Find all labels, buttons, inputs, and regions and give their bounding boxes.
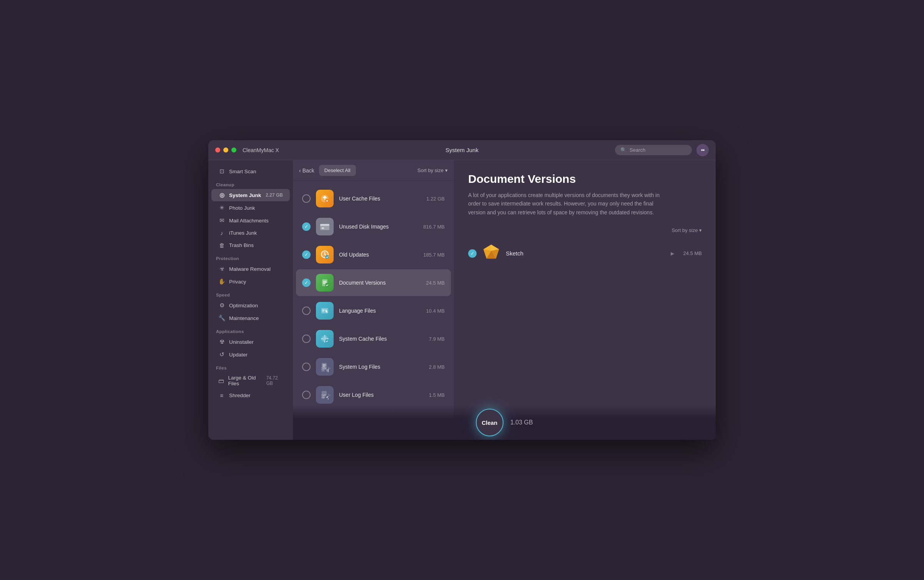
list-item-user-cache[interactable]: User Cache Files 1.22 GB [296, 185, 451, 212]
sort-button[interactable]: Sort by size ▾ [417, 167, 448, 173]
list-item-system-log[interactable]: tem lo 56 0▌ System Log Files 2.8 MB [296, 353, 451, 380]
search-icon: 🔍 [620, 147, 627, 153]
maintenance-icon: 🔧 [218, 315, 225, 321]
sort-label: Sort by size [417, 167, 444, 173]
system-log-name: System Log Files [339, 364, 424, 370]
sketch-size: 24.5 MB [683, 250, 702, 256]
back-label: Back [302, 167, 314, 174]
user-log-name: User Log Files [339, 392, 424, 398]
svg-point-6 [325, 255, 329, 259]
svg-point-12 [325, 339, 329, 343]
list-item-system-cache[interactable]: System Cache Files 7.9 MB [296, 325, 451, 352]
check-circle-language-files[interactable] [302, 307, 311, 315]
detail-sort-label: Sort by size [671, 227, 698, 233]
sidebar-section-applications: Applications [208, 325, 293, 335]
sidebar-item-trash-bins[interactable]: 🗑 Trash Bins [211, 239, 290, 251]
check-circle-system-cache[interactable] [302, 335, 311, 343]
system-log-icon: tem lo 56 0▌ [316, 358, 334, 376]
privacy-icon: ✋ [218, 278, 225, 285]
right-panel: Document Versions A lot of your applicat… [454, 160, 716, 440]
detail-check-sketch[interactable]: ✓ [468, 249, 477, 258]
user-cache-size: 1.22 GB [426, 196, 445, 202]
system-log-size: 2.8 MB [429, 364, 445, 370]
header-section-title: System Junk [445, 147, 479, 153]
svg-rect-3 [320, 224, 329, 226]
maximize-button[interactable] [231, 147, 236, 152]
large-files-badge: 74.72 GB [266, 375, 283, 386]
titlebar: CleanMyMac X System Junk 🔍 Search •• [208, 140, 716, 160]
sidebar-item-system-junk[interactable]: ◎ System Junk 2.27 GB [211, 189, 290, 201]
deselect-all-button[interactable]: Deselect All [319, 165, 356, 176]
malware-icon: ☣ [218, 265, 225, 272]
user-cache-icon [316, 190, 334, 207]
avatar-button[interactable]: •• [696, 144, 709, 156]
sidebar-item-privacy[interactable]: ✋ Privacy [211, 275, 290, 288]
sketch-gem-icon [483, 244, 500, 263]
check-circle-old-updates[interactable]: ✓ [302, 250, 311, 259]
list-item-unused-disk[interactable]: ✓ Unused Disk Images 816.7 MB [296, 213, 451, 240]
search-bar[interactable]: 🔍 Search [615, 145, 692, 155]
sketch-expand-icon[interactable]: ▶ [671, 251, 674, 256]
sidebar-item-optimization[interactable]: ⚙ Optimization [211, 299, 290, 312]
sidebar-item-label: Trash Bins [229, 242, 254, 248]
sketch-app-name: Sketch [506, 250, 665, 257]
check-circle-doc-versions[interactable]: ✓ [302, 278, 311, 287]
photo-junk-icon: ✳ [218, 204, 225, 211]
sidebar-item-malware-removal[interactable]: ☣ Malware Removal [211, 263, 290, 275]
list-item-language-files[interactable]: Language Files 10.4 MB [296, 297, 451, 324]
sidebar-section-files: Files [208, 361, 293, 372]
unused-disk-icon [316, 218, 334, 235]
minimize-button[interactable] [223, 147, 228, 152]
sidebar-item-shredder[interactable]: ≡ Shredder [211, 389, 290, 401]
sidebar-section-protection: Protection [208, 252, 293, 262]
sidebar-item-label: Mail Attachments [229, 218, 269, 224]
sidebar-item-uninstaller[interactable]: ☢ Uninstaller [211, 336, 290, 348]
sidebar-item-label: Large & Old Files [228, 375, 262, 386]
old-updates-size: 185.7 MB [423, 252, 445, 258]
detail-sort-chevron-icon: ▾ [699, 227, 702, 233]
itunes-icon: ♪ [218, 230, 225, 236]
document-versions-size: 24.5 MB [426, 280, 445, 286]
user-log-size: 1.5 MB [429, 392, 445, 398]
close-button[interactable] [215, 147, 220, 152]
svg-rect-9 [321, 308, 328, 313]
list-item-document-versions[interactable]: ✓ Document Versions 24.5 MB [296, 269, 451, 296]
sidebar-item-label: Shredder [229, 393, 251, 398]
language-files-name: Language Files [339, 308, 421, 314]
clean-button[interactable]: Clean [476, 409, 504, 436]
sort-chevron-icon: ▾ [445, 167, 448, 173]
svg-rect-4 [322, 227, 324, 229]
search-input-label: Search [630, 147, 645, 153]
check-circle-system-log[interactable] [302, 363, 311, 371]
sidebar: ⊡ Smart Scan Cleanup ◎ System Junk 2.27 … [208, 160, 293, 440]
sidebar-item-smart-scan[interactable]: ⊡ Smart Scan [211, 165, 290, 177]
unused-disk-name: Unused Disk Images [339, 224, 418, 230]
unused-disk-size: 816.7 MB [423, 224, 445, 230]
sidebar-item-label: Smart Scan [229, 169, 256, 174]
user-cache-name: User Cache Files [339, 196, 421, 202]
sidebar-section-speed: Speed [208, 288, 293, 299]
list-item-user-log[interactable]: tem lo 56 0▌ User Log Files 1.5 MB [296, 381, 451, 408]
sidebar-item-mail-attachments[interactable]: ✉ Mail Attachments [211, 214, 290, 227]
sidebar-item-large-old-files[interactable]: 🗃 Large & Old Files 74.72 GB [211, 372, 290, 389]
language-files-icon [316, 302, 334, 320]
language-files-size: 10.4 MB [426, 308, 445, 314]
sidebar-item-updater[interactable]: ↺ Updater [211, 348, 290, 361]
sidebar-item-photo-junk[interactable]: ✳ Photo Junk [211, 202, 290, 214]
detail-app-row-sketch[interactable]: ✓ Sketch ▶ 24.5 MB [468, 239, 702, 267]
check-circle-user-log[interactable] [302, 391, 311, 399]
svg-point-19 [325, 395, 329, 399]
sidebar-item-itunes-junk[interactable]: ♪ iTunes Junk [211, 227, 290, 239]
check-circle-user-cache[interactable] [302, 194, 311, 203]
middle-toolbar: ‹ Back Deselect All Sort by size ▾ [293, 160, 454, 181]
check-circle-unused-disk[interactable]: ✓ [302, 222, 311, 231]
list-item-old-updates[interactable]: ✓ Old Updates 185.7 MB [296, 241, 451, 268]
system-cache-size: 7.9 MB [429, 336, 445, 342]
detail-title: Document Versions [468, 172, 702, 186]
sidebar-item-maintenance[interactable]: 🔧 Maintenance [211, 312, 290, 324]
sidebar-item-label: Privacy [229, 279, 246, 285]
detail-sort-button[interactable]: Sort by size ▾ [468, 227, 702, 233]
back-button[interactable]: ‹ Back [299, 167, 314, 174]
document-versions-icon [316, 274, 334, 292]
system-junk-icon: ◎ [218, 192, 225, 199]
